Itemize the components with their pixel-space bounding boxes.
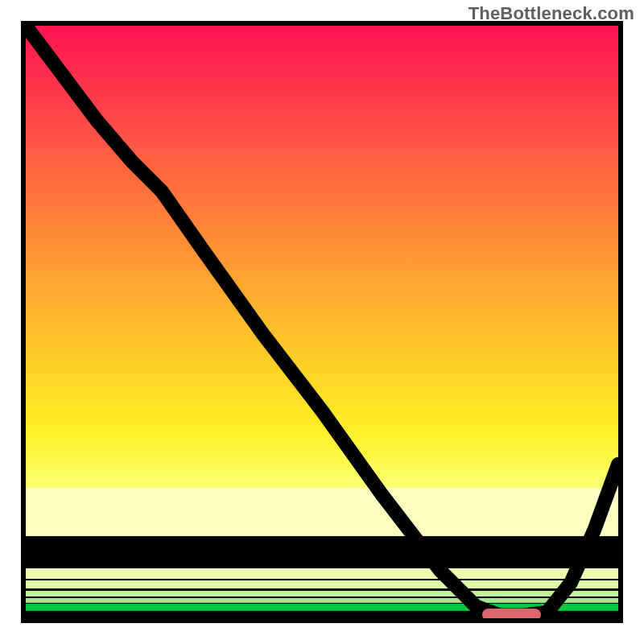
optimal-range-marker — [482, 609, 542, 618]
axes-frame — [21, 21, 623, 623]
plot-area — [26, 26, 618, 618]
watermark-label: TheBottleneck.com — [469, 3, 634, 24]
bottleneck-curve — [26, 26, 618, 618]
figure-root: TheBottleneck.com — [0, 0, 644, 644]
curve-path — [26, 26, 618, 615]
